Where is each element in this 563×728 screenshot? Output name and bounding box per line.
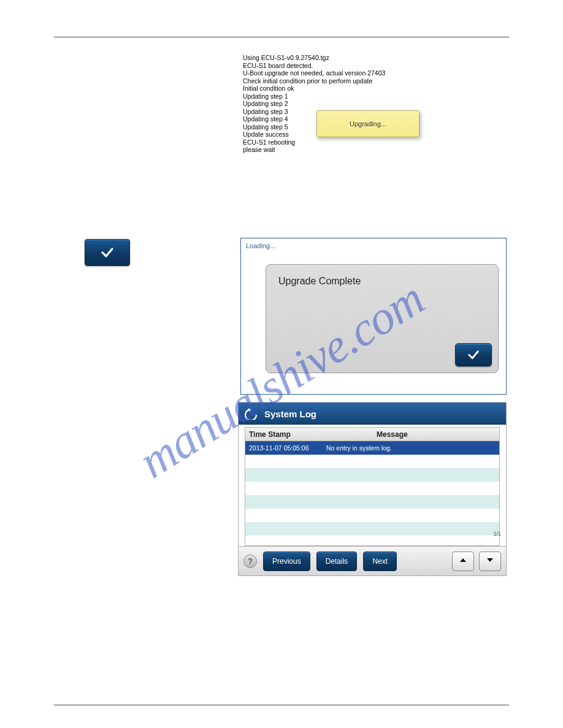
check-icon	[467, 348, 480, 362]
arrow-up-icon	[459, 556, 467, 567]
loading-label: Loading...	[246, 242, 275, 249]
dialog-ok-button[interactable]	[455, 343, 492, 366]
system-log-table: Time Stamp Message 2013-11-07 05:05:06 N…	[245, 427, 500, 546]
table-row	[245, 495, 499, 509]
pager-text: 1/1	[493, 531, 501, 537]
check-icon	[100, 245, 115, 260]
table-header: Time Stamp Message	[245, 428, 499, 441]
upgrade-complete-dialog: Upgrade Complete	[266, 264, 499, 373]
table-row	[245, 468, 499, 482]
bottom-rule	[54, 705, 509, 705]
screenshot-upgrade-log: Using ECU-S1-v0.9.27540.tgzECU-S1 board …	[243, 54, 480, 146]
table-row	[245, 509, 499, 522]
system-log-title: System Log	[264, 409, 316, 419]
table-row	[245, 522, 499, 536]
page-up-button[interactable]	[452, 552, 474, 571]
upgrading-tooltip: Upgrading...	[316, 110, 419, 137]
ok-button[interactable]	[85, 239, 130, 266]
previous-button[interactable]: Previous	[263, 552, 310, 571]
back-icon[interactable]	[243, 408, 258, 420]
page-down-button[interactable]	[479, 552, 501, 571]
next-button[interactable]: Next	[363, 552, 397, 571]
upgrade-log-text: Using ECU-S1-v0.9.27540.tgzECU-S1 board …	[243, 54, 480, 154]
table-row[interactable]: 2013-11-07 05:05:06 No entry in system l…	[245, 441, 499, 455]
top-rule	[54, 37, 509, 37]
column-time-stamp: Time Stamp	[245, 430, 374, 439]
details-button[interactable]: Details	[316, 552, 358, 571]
dialog-title: Upgrade Complete	[278, 276, 361, 287]
cell-time-stamp: 2013-11-07 05:05:06	[245, 444, 324, 452]
system-log-titlebar: System Log	[239, 403, 506, 425]
table-row	[245, 455, 499, 468]
screenshot-upgrade-complete: Loading... Upgrade Complete	[240, 238, 507, 395]
table-row	[245, 482, 499, 495]
table-row	[245, 536, 499, 546]
help-button[interactable]: ?	[243, 555, 257, 568]
system-log-footer: ? Previous Details Next 1/1	[239, 546, 506, 575]
screenshot-system-log: System Log Time Stamp Message 2013-11-07…	[238, 402, 507, 576]
arrow-down-icon	[486, 556, 494, 567]
cell-message: No entry in system log.	[324, 444, 499, 452]
column-message: Message	[374, 430, 499, 439]
